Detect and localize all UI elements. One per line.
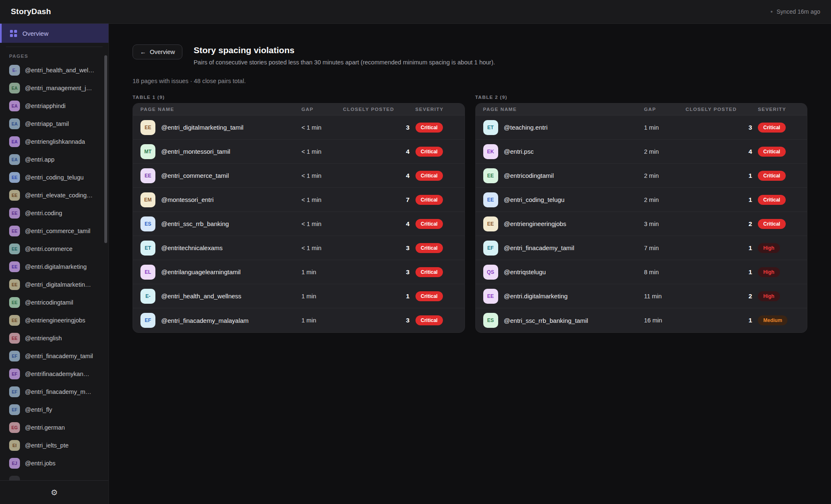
severity-cell: Critical	[410, 291, 457, 301]
sidebar-page-item[interactable]: EA @entriapp_tamil	[0, 115, 108, 133]
sidebar-page-item[interactable]: EE @entriengineeringjobs	[0, 311, 108, 329]
back-button-label: Overview	[150, 49, 175, 55]
page-label: @entri.german	[25, 424, 65, 431]
sidebar-item-overview[interactable]: Overview	[0, 24, 108, 43]
sidebar-page-item[interactable]: EE @entrienglish	[0, 329, 108, 347]
sidebar-page-item[interactable]: EF @entri_finacademy_tamil	[0, 347, 108, 365]
sidebar-page-item[interactable]: EE @entri.commerce	[0, 240, 108, 258]
sidebar-page-item[interactable]: EE @entri_commerce_tamil	[0, 222, 108, 240]
table-body: ET @teaching.entri 1 min 3 Critical EK @…	[476, 116, 807, 332]
table-header-row: PAGE NAME GAP CLOSELY POSTED SEVERITY	[476, 103, 807, 116]
sidebar-section-label: PAGES	[0, 47, 108, 61]
grid-icon	[10, 30, 17, 37]
table-row: EE @entri.digitalmarketing 11 min 2 High	[476, 284, 807, 308]
page-name: @entri_coding_telugu	[504, 196, 565, 203]
table-row: ET @teaching.entri 1 min 3 Critical	[476, 116, 807, 140]
page-label: @entri.coding	[25, 210, 62, 216]
sidebar-page-item[interactable]: EA @entri.app	[0, 150, 108, 168]
table-body: EE @entri_digitalmarketing_tamil < 1 min…	[133, 116, 465, 332]
severity-cell: High	[752, 291, 799, 301]
page-avatar: ES	[483, 313, 498, 328]
gap-value: 1 min	[302, 269, 343, 275]
sidebar-page-item[interactable]: EA @entri_management_j…	[0, 79, 108, 97]
table-row: EE @entri_commerce_tamil < 1 min 4 Criti…	[133, 164, 465, 188]
top-bar: StoryDash ● Synced 16m ago	[0, 0, 831, 24]
page-name-cell: EE @entricodingtamil	[483, 168, 644, 183]
severity-badge: Critical	[758, 147, 786, 157]
column-header-page-name: PAGE NAME	[483, 107, 644, 112]
page-avatar: EA	[9, 101, 20, 111]
sidebar-page-item[interactable]: EE @entri.digitalmarketing	[0, 258, 108, 275]
sync-dot-icon: ●	[770, 10, 773, 14]
column-header-gap: GAP	[302, 107, 343, 112]
sidebar-scrollbar[interactable]	[104, 55, 107, 243]
page-label: @entri_elevate_coding…	[25, 192, 93, 199]
page-name-cell: EM @montessori_entri	[140, 192, 302, 207]
page-name-cell: QS @entriqstelugu	[483, 265, 644, 280]
tables-container: TABLE 1 (9) PAGE NAME GAP CLOSELY POSTED…	[133, 95, 807, 333]
back-to-overview-button[interactable]: ← Overview	[133, 44, 182, 59]
sidebar-page-item[interactable]: E- @entri_health_and_wel…	[0, 61, 108, 79]
sidebar-page-item[interactable]: EE @entricodingtamil	[0, 293, 108, 311]
page-avatar: EM	[140, 192, 155, 207]
closely-posted-count: 1	[686, 317, 752, 324]
page-name: @montessori_entri	[161, 196, 214, 203]
page-avatar: E-	[140, 289, 155, 304]
violations-table-block: TABLE 2 (9) PAGE NAME GAP CLOSELY POSTED…	[475, 95, 808, 333]
sidebar-page-item[interactable]: EA @entriapphindi	[0, 97, 108, 115]
back-arrow-icon: ←	[140, 49, 146, 55]
sidebar-page-item[interactable]: EE @entri.coding	[0, 204, 108, 222]
sidebar-page-item[interactable]: EA @entrienglishkannada	[0, 133, 108, 150]
severity-badge: Critical	[758, 123, 786, 133]
closely-posted-count: 3	[343, 244, 410, 252]
page-name-cell: EE @entriengineeringjobs	[483, 216, 644, 231]
page-label: @entri.app	[25, 156, 54, 163]
severity-badge: High	[758, 243, 780, 253]
sidebar-page-item[interactable]: EF @entrifinacademykan…	[0, 365, 108, 383]
sidebar-page-item[interactable]: EF @entri_finacademy_m…	[0, 383, 108, 401]
severity-cell: Critical	[410, 195, 457, 205]
sidebar-page-item[interactable]: EE @entri_coding_telugu	[0, 168, 108, 186]
page-avatar: EE	[483, 289, 498, 304]
severity-badge: Critical	[416, 291, 443, 301]
page-avatar: EJ	[9, 458, 20, 469]
page-name: @entri.psc	[504, 148, 534, 155]
page-label: @entriengineeringjobs	[25, 317, 85, 324]
closely-posted-count: 3	[686, 124, 752, 131]
table-label: TABLE 2 (9)	[475, 95, 808, 100]
sidebar-page-item[interactable]: EG @entri.german	[0, 418, 108, 436]
page-name-cell: EF @entri_finacademy_tamil	[483, 241, 644, 256]
severity-badge: Critical	[758, 171, 786, 181]
page-label: @entri_commerce_tamil	[25, 228, 90, 234]
severity-cell: Critical	[410, 243, 457, 253]
column-header-severity: SEVERITY	[752, 107, 799, 112]
gear-icon[interactable]: ⚙	[51, 489, 58, 497]
sidebar-page-item[interactable]: EE @entri_elevate_coding…	[0, 186, 108, 204]
closely-posted-count: 1	[686, 268, 752, 276]
page-label: @entrienglish	[25, 335, 62, 342]
severity-cell: Critical	[410, 147, 457, 157]
severity-cell: Critical	[752, 219, 799, 229]
page-name: @entriengineeringjobs	[504, 220, 566, 227]
sidebar-page-item[interactable]: EI @entri_ielts_pte	[0, 436, 108, 454]
gap-value: < 1 min	[302, 172, 343, 179]
closely-posted-count: 2	[686, 220, 752, 228]
severity-badge: Critical	[758, 195, 786, 205]
page-label: @entrienglishkannada	[25, 138, 85, 145]
severity-cell: High	[752, 267, 799, 277]
page-name-cell: EL @entrilanguagelearningtamil	[140, 265, 302, 280]
table-row: EE @entriengineeringjobs 3 min 2 Critica…	[476, 212, 807, 236]
page-avatar: MT	[140, 144, 155, 159]
sidebar-page-item[interactable]: EJ @entri.jobs	[0, 454, 108, 472]
page-name: @entritechnicalexams	[161, 244, 223, 251]
closely-posted-count: 4	[343, 172, 410, 179]
page-label: @entri_health_and_wel…	[25, 67, 94, 74]
sidebar-page-item[interactable]: EF @entri_fly	[0, 401, 108, 418]
table-row: MT @entri_montessori_tamil < 1 min 4 Cri…	[133, 140, 465, 164]
sidebar-page-item[interactable]	[0, 472, 108, 480]
page-name: @entri_ssc_rrb_banking_tamil	[504, 317, 588, 324]
sidebar-page-item[interactable]: EE @entri_digitalmarketin…	[0, 275, 108, 293]
page-name: @entri_ssc_rrb_banking	[161, 220, 229, 227]
summary-line: 18 pages with issues · 48 close pairs to…	[133, 78, 807, 84]
table-row: EM @montessori_entri < 1 min 7 Critical	[133, 188, 465, 212]
